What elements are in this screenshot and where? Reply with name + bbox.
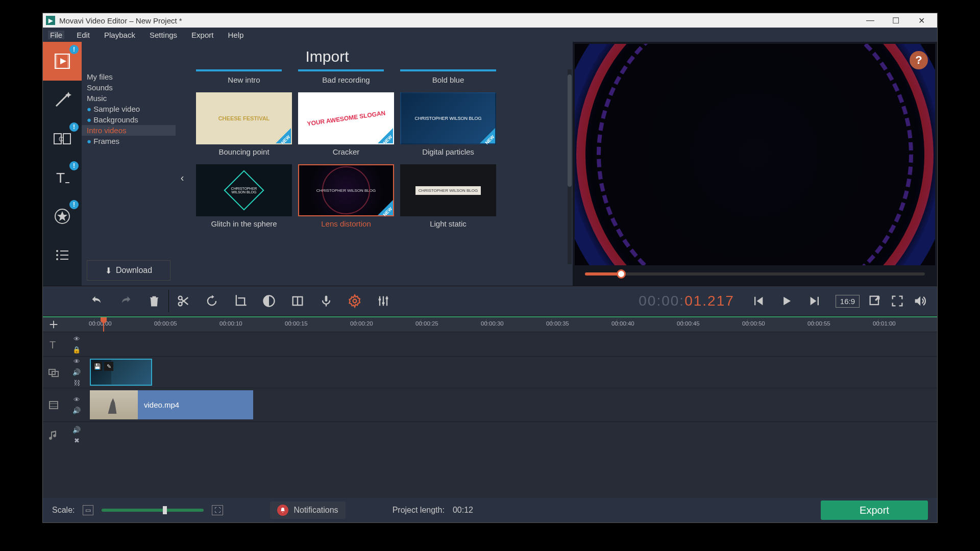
svg-rect-33	[386, 297, 388, 299]
fx-icon[interactable]: ✖	[74, 437, 80, 444]
detach-button[interactable]	[864, 287, 886, 315]
redo-button[interactable]	[111, 287, 140, 315]
minimize-button[interactable]: —	[857, 13, 883, 28]
intro-grid: New intro Bad recording Bold blue CHEESE…	[189, 69, 573, 228]
fullscreen-button[interactable]	[886, 287, 909, 315]
grid-item[interactable]: CHRISTOPHER WILSON BLOGGlitch in the sph…	[196, 161, 292, 228]
maximize-button[interactable]: ☐	[883, 13, 909, 28]
grid-item[interactable]: CHRISTOPHER WILSON BLOGNEWLens distortio…	[298, 161, 394, 228]
crop-button[interactable]	[226, 287, 255, 315]
cat-backgrounds[interactable]: Backgrounds	[82, 114, 176, 125]
play-button[interactable]	[772, 287, 801, 315]
record-button[interactable]	[312, 287, 340, 315]
plus-icon	[48, 319, 59, 330]
download-button[interactable]: ⬇ Download	[87, 260, 170, 281]
menu-edit[interactable]: Edit	[75, 31, 92, 39]
add-track-button[interactable]	[43, 317, 64, 332]
menu-playback[interactable]: Playback	[102, 31, 137, 39]
svg-point-15	[56, 254, 58, 256]
lock-icon[interactable]: 🔒	[72, 346, 81, 354]
panel-title: Import	[82, 42, 573, 69]
gear-icon	[348, 294, 362, 308]
bell-icon	[277, 505, 288, 516]
grid-item[interactable]: CHRISTOPHER WILSON BLOGLight static	[400, 161, 496, 228]
zoom-out-icon[interactable]: ▭	[83, 505, 93, 515]
scale-slider[interactable]	[102, 509, 204, 512]
tool-transitions[interactable]: C !	[43, 119, 82, 158]
export-button[interactable]: Export	[821, 500, 928, 520]
time-ruler[interactable]: 00:00:0000:00:0500:00:1000:00:1500:00:20…	[89, 317, 937, 332]
svg-rect-32	[382, 302, 385, 304]
undo-button[interactable]	[83, 287, 111, 315]
delete-button[interactable]	[140, 287, 168, 315]
link-icon[interactable]: ⛓	[74, 379, 80, 387]
grid-item[interactable]: Bad recording	[298, 69, 394, 84]
aspect-ratio[interactable]: 16:9	[836, 295, 860, 308]
scale-handle[interactable]	[163, 506, 167, 514]
eye-icon[interactable]: 👁	[74, 335, 80, 343]
eye-icon[interactable]: 👁	[74, 396, 80, 404]
seek-handle[interactable]	[617, 269, 626, 279]
tool-filters[interactable]	[43, 81, 82, 119]
next-frame-button[interactable]	[801, 287, 829, 315]
cat-intro-videos[interactable]: Intro videos	[82, 125, 176, 136]
crop-icon	[233, 294, 248, 308]
cat-sample-video[interactable]: Sample video	[82, 104, 176, 114]
menu-help[interactable]: Help	[226, 31, 246, 39]
cat-frames[interactable]: Frames	[82, 136, 176, 146]
tool-titles[interactable]: T !	[43, 158, 82, 197]
cat-my-files[interactable]: My files	[82, 71, 176, 82]
notifications-button[interactable]: Notifications	[270, 502, 345, 519]
svg-rect-31	[379, 298, 381, 300]
close-button[interactable]: ✕	[909, 13, 934, 28]
eye-icon[interactable]: 👁	[74, 358, 80, 365]
menu-file[interactable]: File	[48, 31, 64, 39]
cat-music[interactable]: Music	[82, 93, 176, 104]
color-button[interactable]	[255, 287, 283, 315]
menu-export[interactable]: Export	[189, 31, 215, 39]
vol-icon[interactable]: 🔊	[72, 407, 81, 414]
scale-label: Scale:	[52, 506, 75, 515]
redo-icon	[118, 294, 133, 308]
svg-point-13	[56, 250, 58, 252]
grid-item[interactable]: CHRISTOPHER WILSON BLOGNEWDigital partic…	[400, 89, 496, 156]
cut-button[interactable]	[169, 287, 198, 315]
svg-marker-12	[57, 211, 67, 221]
collapse-sidebar-button[interactable]: ‹	[176, 69, 189, 286]
menu-settings[interactable]: Settings	[148, 31, 179, 39]
clip-prop-button[interactable]	[283, 287, 312, 315]
grid-scroll-thumb[interactable]	[568, 74, 572, 187]
menubar: File Edit Playback Settings Export Help	[43, 28, 937, 42]
preview-seekbar[interactable]	[575, 265, 935, 284]
equalizer-button[interactable]	[369, 287, 398, 315]
project-length-label: Project length:	[393, 506, 445, 515]
cat-sounds[interactable]: Sounds	[82, 82, 176, 93]
grid-item[interactable]: CHEESE FESTIVALNEWBouncing point	[196, 89, 292, 156]
rotate-button[interactable]	[198, 287, 226, 315]
tool-import[interactable]: !	[43, 42, 82, 81]
help-button[interactable]: ?	[910, 51, 928, 69]
volume-button[interactable]	[909, 287, 931, 315]
app-icon: ▶	[46, 16, 55, 25]
title-track: T 👁🔒	[43, 332, 937, 356]
grid-item[interactable]: Bold blue	[400, 69, 496, 84]
trash-icon	[147, 294, 161, 308]
app-window: ▶ Movavi Video Editor – New Project * — …	[42, 13, 938, 523]
tool-more[interactable]	[43, 236, 82, 274]
svg-rect-38	[50, 402, 58, 409]
vol-icon[interactable]: 🔊	[72, 368, 81, 376]
overlay-clip[interactable]: 💾✎	[90, 359, 152, 386]
film-icon	[47, 399, 60, 411]
preview-video: ?	[575, 44, 935, 265]
vol-icon[interactable]: 🔊	[72, 426, 81, 434]
next-icon	[808, 294, 822, 308]
tool-stickers[interactable]: !	[43, 197, 82, 236]
grid-item[interactable]: YOUR AWESOME SLOGANNEWCracker	[298, 89, 394, 156]
text-icon: T	[47, 338, 60, 350]
settings-button[interactable]	[340, 287, 369, 315]
prev-frame-button[interactable]	[744, 287, 772, 315]
video-clip[interactable]: video.mp4	[90, 390, 253, 419]
zoom-fit-icon[interactable]: ⛶	[212, 505, 223, 515]
grid-item[interactable]: New intro	[196, 69, 292, 84]
svg-rect-7	[63, 134, 70, 144]
